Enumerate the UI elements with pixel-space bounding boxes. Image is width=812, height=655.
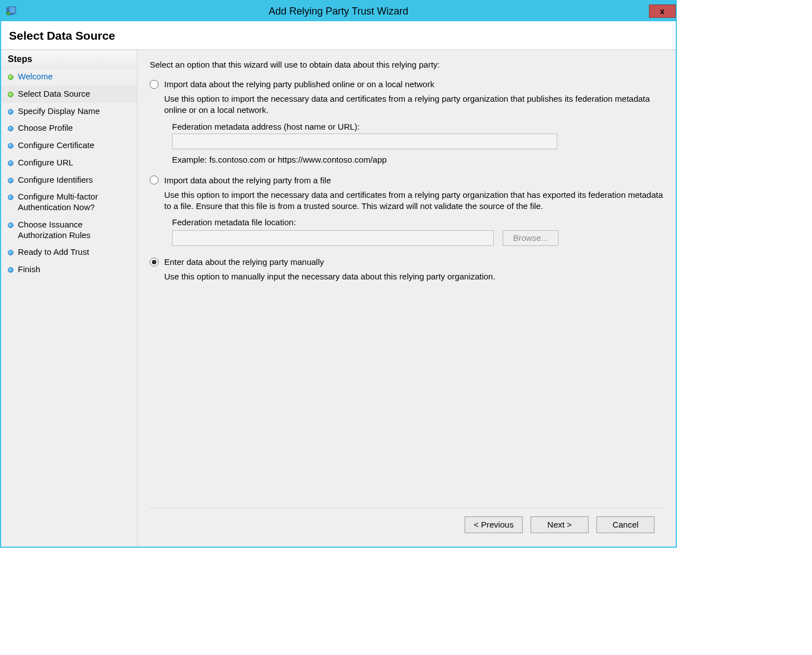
step-bullet-icon [8, 250, 13, 255]
option-desc: Use this option to import the necessary … [164, 93, 663, 116]
option-title: Import data about the relying party from… [164, 175, 331, 185]
page-header: Select Data Source [1, 21, 676, 50]
window-title: Add Relying Party Trust Wizard [1, 6, 676, 17]
radio-import-online[interactable] [150, 80, 159, 89]
wizard-footer: < Previous Next > Cancel [150, 508, 663, 541]
step-bullet-icon [8, 267, 13, 273]
step-label: Finish [18, 264, 40, 275]
radio-enter-manually[interactable] [150, 258, 159, 267]
metadata-file-input[interactable] [172, 230, 494, 246]
option-title: Import data about the relying party publ… [164, 79, 434, 89]
previous-button[interactable]: < Previous [465, 516, 523, 533]
step-label: Configure Multi-factor Authentication No… [18, 192, 131, 213]
step-bullet-icon [8, 92, 13, 97]
step-ready-to-add-trust[interactable]: Ready to Add Trust [1, 244, 137, 261]
step-label: Select Data Source [18, 89, 90, 99]
step-label: Welcome [18, 72, 52, 82]
step-configure-identifiers[interactable]: Configure Identifiers [1, 172, 137, 189]
cancel-button[interactable]: Cancel [596, 516, 655, 533]
metadata-address-input[interactable] [172, 134, 557, 149]
step-label: Ready to Add Trust [18, 247, 89, 258]
option-import-file: Import data about the relying party from… [150, 175, 663, 246]
option-import-online: Import data about the relying party publ… [150, 79, 663, 164]
option-enter-manually: Enter data about the relying party manua… [150, 257, 663, 288]
step-bullet-icon [8, 160, 13, 166]
step-bullet-icon [8, 143, 13, 149]
step-label: Configure URL [18, 158, 73, 168]
step-specify-display-name[interactable]: Specify Display Name [1, 103, 137, 120]
wizard-body: Steps Welcome Select Data Source Specify… [1, 50, 676, 547]
option-desc: Use this option to import the necessary … [164, 189, 663, 212]
step-configure-mfa[interactable]: Configure Multi-factor Authentication No… [1, 188, 137, 216]
radio-import-file[interactable] [150, 175, 159, 184]
step-label: Choose Issuance Authorization Rules [18, 220, 131, 241]
main-panel: Select an option that this wizard will u… [137, 50, 676, 547]
close-icon: x [660, 7, 665, 16]
step-welcome[interactable]: Welcome [1, 68, 137, 86]
metadata-address-label: Federation metadata address (host name o… [172, 122, 663, 131]
step-bullet-icon [8, 74, 13, 80]
wizard-window: Add Relying Party Trust Wizard x Select … [0, 0, 677, 548]
step-label: Choose Profile [18, 123, 73, 134]
step-bullet-icon [8, 126, 13, 131]
step-configure-url[interactable]: Configure URL [1, 154, 137, 172]
option-title: Enter data about the relying party manua… [164, 257, 324, 267]
intro-text: Select an option that this wizard will u… [150, 60, 663, 69]
steps-heading: Steps [1, 51, 137, 68]
browse-button[interactable]: Browse... [503, 230, 558, 246]
svg-point-2 [7, 12, 10, 15]
step-configure-certificate[interactable]: Configure Certificate [1, 137, 137, 154]
step-finish[interactable]: Finish [1, 261, 137, 278]
app-icon [6, 6, 17, 17]
page-title: Select Data Source [9, 29, 668, 42]
step-bullet-icon [8, 194, 13, 200]
steps-sidebar: Steps Welcome Select Data Source Specify… [1, 50, 137, 547]
step-label: Configure Certificate [18, 140, 94, 151]
step-label: Specify Display Name [18, 106, 100, 117]
step-label: Configure Identifiers [18, 175, 93, 186]
title-bar: Add Relying Party Trust Wizard x [1, 1, 676, 21]
step-choose-issuance-rules[interactable]: Choose Issuance Authorization Rules [1, 216, 137, 244]
metadata-address-example: Example: fs.contoso.com or https://www.c… [172, 155, 663, 164]
close-button[interactable]: x [649, 4, 676, 18]
step-select-data-source[interactable]: Select Data Source [1, 86, 137, 103]
step-bullet-icon [8, 178, 13, 183]
step-choose-profile[interactable]: Choose Profile [1, 120, 137, 137]
next-button[interactable]: Next > [531, 516, 589, 533]
metadata-file-label: Federation metadata file location: [172, 217, 663, 227]
step-bullet-icon [8, 222, 13, 228]
step-bullet-icon [8, 109, 13, 115]
option-desc: Use this option to manually input the ne… [164, 271, 663, 282]
